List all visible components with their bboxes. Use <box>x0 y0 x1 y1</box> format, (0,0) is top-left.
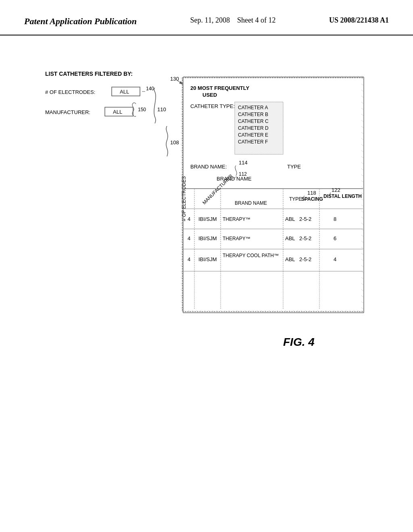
row1-manufacturer: IBI/SJM <box>198 216 217 222</box>
distal-header: DISTAL LENGTH <box>323 193 362 199</box>
row3-spacing: 2-5-2 <box>299 256 311 262</box>
type-label: TYPE <box>287 164 301 170</box>
catheter-b: CATHETER B <box>238 112 268 117</box>
figure-svg: LIST CATHETERS FILTERED BY: # OF ELECTRO… <box>33 52 380 447</box>
catheter-a: CATHETER A <box>238 105 268 110</box>
row1-distal: 8 <box>334 216 336 222</box>
row1-spacing: 2-5-2 <box>299 216 311 222</box>
ref-140: 140 <box>146 86 154 91</box>
catheter-c: CATHETER C <box>238 118 269 124</box>
patent-header: Patent Application Publication Sep. 11, … <box>0 0 413 35</box>
row3-type: ABL <box>285 256 295 262</box>
row1-electrodes: 4 <box>188 216 190 222</box>
catheter-e: CATHETER E <box>238 132 268 138</box>
row3-distal: 4 <box>334 256 336 262</box>
filter-label: LIST CATHETERS FILTERED BY: <box>45 71 133 77</box>
row2-manufacturer: IBI/SJM <box>198 235 217 241</box>
ref-110: 110 <box>157 106 166 112</box>
patent-number: US 2008/221438 A1 <box>329 16 389 25</box>
row2-electrodes: 4 <box>188 235 190 241</box>
row3-brandname-line1: THERAPY COOL PATH™ <box>223 253 279 258</box>
electrodes-label: # OF ELECTRODES: <box>45 89 95 95</box>
row1-type: ABL <box>285 216 295 222</box>
main-content: LIST CATHETERS FILTERED BY: # OF ELECTRO… <box>0 35 413 464</box>
col-electrodes: # OF ELECTRODES <box>181 176 187 221</box>
catheter-f: CATHETER F <box>238 139 268 145</box>
row3-manufacturer: IBI/SJM <box>198 256 217 262</box>
brand-name-label: BRAND NAME: <box>190 164 227 170</box>
ref-114: 114 <box>239 160 248 166</box>
row2-brandname: THERAPY™ <box>223 236 250 241</box>
spacing-header: SPACING <box>301 196 323 202</box>
electrodes-value: ALL <box>120 89 129 95</box>
col-brandname-header: BRAND NAME <box>235 200 267 206</box>
manufacturer-label: MANUFACTURER: <box>45 109 90 115</box>
row1-brandname: THERAPY™ <box>223 216 250 222</box>
publication-date-sheet: Sep. 11, 2008 Sheet 4 of 12 <box>190 16 276 25</box>
sheet-info: Sheet 4 of 12 <box>237 16 275 24</box>
ref-122: 122 <box>332 187 340 193</box>
publication-date: Sep. 11, 2008 <box>190 16 230 24</box>
ref-108: 108 <box>170 139 179 145</box>
row2-distal: 6 <box>334 235 336 241</box>
ref-150: 150 <box>138 107 146 112</box>
col-type-header: TYPE <box>289 196 302 202</box>
row3-electrodes: 4 <box>188 256 190 262</box>
figure-label: FIG. 4 <box>283 336 315 348</box>
manufacturer-value: ALL <box>113 109 122 115</box>
table-title-line2: USED <box>202 92 217 98</box>
catheter-type-label: CATHETER TYPE: <box>190 103 235 109</box>
row2-spacing: 2-5-2 <box>299 235 311 241</box>
table-title-line1: 20 MOST FREQUENTLY <box>190 85 249 91</box>
svg-line-1 <box>176 80 182 84</box>
ref-118: 118 <box>307 190 316 196</box>
diagram-container: LIST CATHETERS FILTERED BY: # OF ELECTRO… <box>33 52 380 448</box>
publication-title: Patent Application Publication <box>24 16 137 27</box>
catheter-d: CATHETER D <box>238 125 269 131</box>
row2-type: ABL <box>285 235 295 241</box>
ref-112: 112 <box>239 171 247 177</box>
